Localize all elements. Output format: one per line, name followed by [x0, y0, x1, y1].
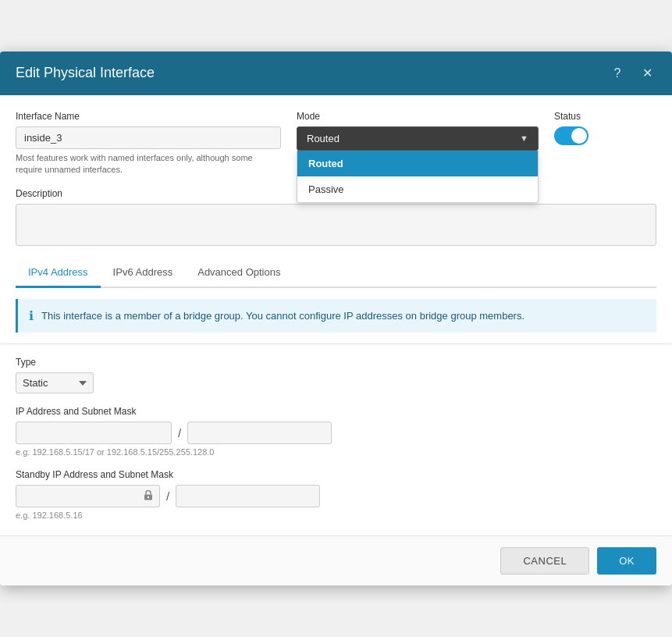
ip-address-label: IP Address and Subnet Mask [16, 406, 656, 417]
tab-ipv6[interactable]: IPv6 Address [101, 258, 186, 288]
standby-subnet-input[interactable] [176, 485, 320, 507]
mode-label: Mode [297, 111, 539, 122]
mode-dropdown-button[interactable]: Routed ▼ [297, 126, 539, 151]
info-banner: ℹ This interface is a member of a bridge… [16, 299, 656, 333]
standby-ip-row: / [16, 485, 656, 507]
info-icon: ℹ [29, 308, 34, 323]
ip-address-input[interactable] [16, 422, 172, 444]
interface-name-label: Interface Name [16, 111, 281, 122]
description-textarea[interactable] [16, 204, 656, 246]
mode-option-passive[interactable]: Passive [297, 176, 538, 202]
tab-advanced[interactable]: Advanced Options [185, 258, 293, 288]
type-label: Type [16, 357, 656, 368]
section-body: Type Static DHCP PPPoE IP Address and Su… [0, 344, 672, 536]
standby-hint: e.g. 192.168.5.16 [16, 511, 656, 520]
edit-physical-interface-modal: Edit Physical Interface ? ✕ Interface Na… [0, 52, 672, 586]
mode-selected-value: Routed [307, 133, 340, 144]
info-banner-text: This interface is a member of a bridge g… [41, 310, 524, 322]
mode-dropdown-wrapper: Routed ▼ Routed Passive [297, 126, 539, 151]
help-button[interactable]: ? [608, 64, 627, 83]
mode-dropdown-menu: Routed Passive [297, 151, 539, 203]
type-select[interactable]: Static DHCP PPPoE [16, 372, 94, 393]
standby-input-wrapper [16, 485, 160, 507]
interface-name-hint: Most features work with named interfaces… [16, 152, 265, 176]
ip-subnet-row: / [16, 422, 656, 444]
ip-slash: / [178, 426, 181, 439]
dropdown-arrow-icon: ▼ [520, 133, 528, 143]
modal-title: Edit Physical Interface [16, 65, 155, 81]
ok-button[interactable]: OK [597, 547, 656, 575]
status-label: Status [554, 111, 656, 122]
tab-ipv4[interactable]: IPv4 Address [16, 258, 101, 288]
standby-ip-group: Standby IP Address and Subnet Mask / e.g… [16, 469, 656, 520]
ip-address-group: IP Address and Subnet Mask / e.g. 192.16… [16, 406, 656, 457]
modal-header: Edit Physical Interface ? ✕ [0, 52, 672, 95]
interface-name-input[interactable] [16, 126, 281, 149]
standby-ip-label: Standby IP Address and Subnet Mask [16, 469, 656, 480]
close-button[interactable]: ✕ [638, 64, 656, 83]
interface-name-group: Interface Name Most features work with n… [16, 111, 281, 176]
standby-slash: / [166, 489, 169, 503]
mode-option-routed[interactable]: Routed [297, 151, 538, 176]
status-toggle[interactable] [554, 126, 588, 145]
modal-body: Interface Name Most features work with n… [0, 95, 672, 333]
tabs-row: IPv4 Address IPv6 Address Advanced Optio… [16, 258, 656, 288]
ip-hint: e.g. 192.168.5.15/17 or 192.168.5.15/255… [16, 447, 656, 457]
status-group: Status [554, 111, 656, 150]
cancel-button[interactable]: CANCEL [500, 547, 589, 575]
type-field-group: Type Static DHCP PPPoE [16, 357, 656, 393]
mode-group: Mode Routed ▼ Routed Passive [297, 111, 539, 151]
standby-ip-input[interactable] [16, 485, 160, 507]
modal-footer: CANCEL OK [0, 536, 672, 585]
toggle-slider [554, 126, 588, 145]
subnet-mask-input[interactable] [187, 422, 332, 444]
top-form-row: Interface Name Most features work with n… [16, 111, 656, 176]
header-icons: ? ✕ [608, 64, 656, 83]
